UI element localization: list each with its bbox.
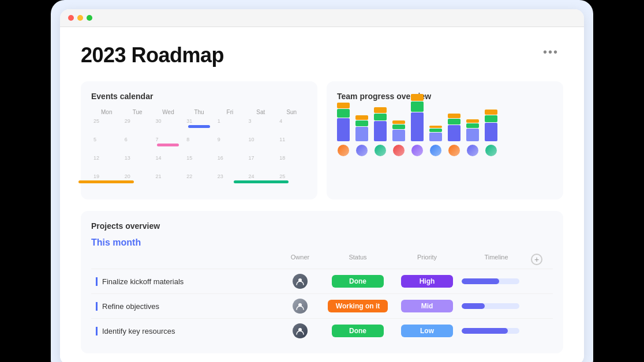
timeline-bar	[462, 303, 519, 309]
month-label: This month	[91, 237, 553, 248]
bar-segment	[355, 127, 368, 141]
timeline-fill	[462, 303, 485, 309]
timeline-cell	[462, 278, 531, 284]
titlebar	[60, 9, 584, 27]
cal-cell: 12	[91, 154, 121, 171]
avatar	[293, 299, 308, 314]
bar-stack	[392, 120, 405, 141]
maximize-dot[interactable]	[87, 15, 92, 21]
status-badge: Done	[323, 325, 392, 337]
cal-cell: 29	[122, 118, 152, 134]
calendar-header: Mon Tue Wed Thu Fri Sat Sun	[91, 109, 307, 115]
bar-segment	[429, 126, 442, 128]
bar-stack	[411, 94, 424, 141]
bar-segment	[355, 115, 368, 120]
task-name: Refine objectives	[96, 302, 277, 311]
task-name: Finalize kickoff materials	[96, 277, 277, 286]
calendar-weeks: 25 29 30 31 1 3 4 5 6	[91, 118, 307, 189]
cal-cell: 20	[122, 173, 152, 189]
timeline-fill	[462, 278, 499, 284]
cal-cell: 16	[215, 154, 245, 171]
bar-stack	[429, 126, 442, 141]
cal-cell: 14	[153, 154, 183, 171]
bar-segment	[355, 120, 368, 126]
timeline-cell	[462, 303, 531, 309]
avatar	[467, 145, 478, 156]
device-frame: 2023 Roadmap ••• Events calendar Mon Tue…	[51, 0, 593, 362]
calendar-title: Events calendar	[91, 92, 307, 101]
window: 2023 Roadmap ••• Events calendar Mon Tue…	[60, 9, 584, 362]
bar-segment	[337, 109, 350, 118]
bar-segment	[374, 107, 387, 113]
col-task	[96, 254, 277, 265]
cal-week-4: 19 20 21 22 23 24 25	[91, 173, 307, 189]
priority-mid: Mid	[401, 300, 453, 312]
page-title: 2023 Roadmap	[81, 43, 224, 67]
cal-cell: 25	[277, 173, 307, 189]
cal-cell: 4	[277, 118, 307, 134]
bar-group	[448, 114, 460, 156]
priority-low: Low	[401, 325, 453, 337]
bar-segment	[411, 101, 424, 112]
col-status: Status	[323, 254, 392, 265]
bar-group	[374, 107, 387, 156]
bar-group	[411, 94, 424, 156]
timeline-fill	[462, 328, 508, 334]
cal-week-1: 25 29 30 31 1 3 4	[91, 118, 307, 134]
status-badge: Working on it	[323, 300, 392, 312]
add-column-button[interactable]: +	[531, 254, 542, 265]
avatar	[393, 145, 405, 156]
day-tue: Tue	[122, 109, 152, 115]
bar-segment	[429, 129, 442, 132]
cal-cell: 5	[91, 136, 121, 152]
cal-cell: 15	[184, 154, 214, 171]
team-progress-card: Team progress overview	[327, 81, 563, 199]
bar-segment	[485, 123, 497, 141]
day-fri: Fri	[215, 109, 245, 115]
timeline-bar	[462, 328, 519, 334]
day-wed: Wed	[153, 109, 184, 115]
day-sat: Sat	[245, 109, 276, 115]
cal-cell: 6	[122, 136, 152, 152]
cal-cell: 13	[122, 154, 152, 171]
table-row: Refine objectives Working on it Mid	[91, 294, 553, 319]
avatar	[293, 323, 308, 338]
minimize-dot[interactable]	[77, 15, 83, 21]
cal-cell: 11	[277, 136, 307, 152]
bar-segment	[466, 123, 479, 128]
cal-cell: 31	[184, 118, 214, 134]
header: 2023 Roadmap •••	[81, 43, 563, 67]
bar-segment	[392, 120, 405, 124]
bar-stack	[337, 103, 350, 141]
bar-segment	[429, 133, 442, 141]
avatar	[411, 145, 423, 156]
cal-cell: 25	[91, 118, 121, 134]
bar-segment	[448, 125, 460, 141]
more-button[interactable]: •••	[538, 43, 563, 61]
main-content: 2023 Roadmap ••• Events calendar Mon Tue…	[60, 27, 584, 362]
cal-cell: 24	[246, 173, 276, 189]
bar-segment	[374, 121, 387, 141]
bar-group	[466, 119, 479, 156]
owner-cell	[277, 323, 323, 338]
bar-segment	[485, 110, 497, 115]
cal-cell: 10	[246, 136, 276, 152]
cal-cell: 19	[91, 173, 121, 189]
status-done: Done	[332, 325, 384, 337]
cal-cell: 21	[153, 173, 183, 189]
projects-title: Projects overview	[91, 221, 553, 231]
col-timeline: Timeline	[462, 254, 531, 265]
bar-segment	[392, 125, 405, 129]
cal-cell: 3	[246, 118, 276, 134]
bar-segment	[485, 115, 497, 122]
bar-group	[392, 120, 405, 156]
cal-cell: 30	[153, 118, 183, 134]
events-calendar-card: Events calendar Mon Tue Wed Thu Fri Sat …	[81, 81, 317, 199]
timeline-cell	[462, 328, 531, 334]
close-dot[interactable]	[68, 15, 74, 21]
col-owner: Owner	[277, 254, 323, 265]
avatar	[338, 145, 349, 156]
avatar	[293, 274, 308, 289]
table-header: Owner Status Priority Timeline +	[91, 254, 553, 269]
priority-badge: Mid	[392, 300, 462, 312]
